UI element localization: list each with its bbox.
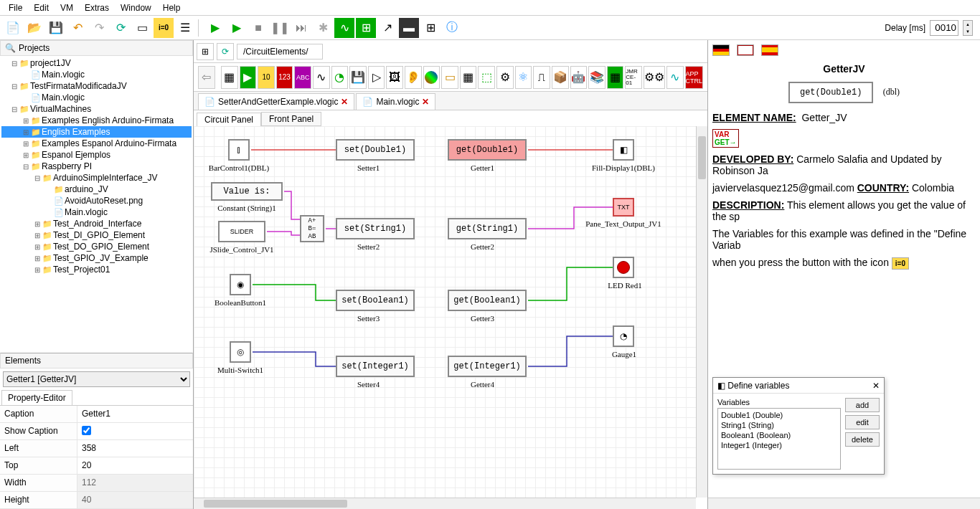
- palette-icon[interactable]: 📚: [588, 66, 606, 89]
- property-value[interactable]: 358: [77, 440, 193, 457]
- select-icon[interactable]: ▭: [132, 18, 152, 38]
- palette-icon[interactable]: 123: [276, 66, 293, 89]
- flow-icon[interactable]: ✱: [313, 18, 333, 38]
- menu-extras[interactable]: Extras: [79, 1, 115, 14]
- getter-node[interactable]: get(String1): [448, 218, 527, 239]
- palette-icon[interactable]: ▷: [368, 66, 385, 89]
- palette-icon[interactable]: 💾: [349, 66, 367, 89]
- doc-hscroll[interactable]: [708, 498, 980, 509]
- slider-node[interactable]: SLIDER: [218, 221, 265, 242]
- tree-item[interactable]: ⊟📁Raspberry PI: [1, 161, 192, 172]
- delay-input[interactable]: [930, 20, 958, 36]
- property-value[interactable]: [77, 423, 193, 439]
- play-icon[interactable]: ▶: [205, 18, 225, 38]
- info-icon[interactable]: ⓘ: [442, 18, 462, 38]
- palette-icon[interactable]: ⚙: [496, 66, 514, 89]
- tree-item[interactable]: ⊞📁Espanol Ejemplos: [1, 149, 192, 161]
- save-icon[interactable]: 💾: [46, 18, 66, 38]
- palette-icon[interactable]: ▭: [441, 66, 458, 89]
- setter-node[interactable]: set(Boolean1): [336, 290, 415, 311]
- flag-es-icon[interactable]: [761, 44, 778, 56]
- canvas-vscroll[interactable]: [696, 126, 707, 498]
- palette-icon[interactable]: 🖼: [386, 66, 403, 89]
- fill-display-node[interactable]: ◧: [613, 139, 634, 161]
- palette-icon[interactable]: ABC: [294, 66, 311, 89]
- tree-item[interactable]: 📄Main.vlogic: [1, 69, 192, 80]
- delay-spinner[interactable]: ▲▼: [963, 20, 973, 36]
- breadcrumb-path[interactable]: /CircuitElements/: [237, 44, 323, 60]
- new-icon[interactable]: 📄: [3, 18, 23, 38]
- palette-icon[interactable]: ▦: [221, 66, 238, 89]
- dialog-close-icon[interactable]: ✕: [872, 381, 880, 391]
- palette-icon[interactable]: APPCTRL: [685, 66, 704, 89]
- file-tab[interactable]: 📄 SetterAndGetterExample.vlogic ✕: [198, 93, 354, 110]
- close-tab-icon[interactable]: ✕: [422, 97, 429, 107]
- add-button[interactable]: add: [845, 398, 880, 412]
- palette-icon[interactable]: [423, 66, 440, 89]
- delete-button[interactable]: delete: [845, 432, 880, 447]
- tree-item[interactable]: 📄Main.vlogic: [1, 206, 192, 218]
- scope1-icon[interactable]: ∿: [334, 18, 354, 38]
- palette-icon[interactable]: 👂: [405, 66, 422, 89]
- stop-icon[interactable]: ■: [248, 18, 268, 38]
- list-item[interactable]: Integer1 (Integer): [720, 440, 839, 450]
- circuit-panel-tab[interactable]: Circuit Panel: [197, 113, 261, 127]
- edit-button[interactable]: edit: [845, 415, 880, 429]
- define-variables-dialog[interactable]: ◧ Define variables ✕ Variables Double1 (…: [712, 377, 885, 475]
- step-icon[interactable]: ⏭: [291, 18, 311, 38]
- getter-node[interactable]: get(Boolean1): [448, 290, 527, 311]
- property-value[interactable]: Getter1: [77, 406, 193, 422]
- gauge-node[interactable]: ◔: [613, 325, 634, 347]
- menu-window[interactable]: Window: [115, 1, 157, 14]
- tree-item[interactable]: ⊞📁Test_Android_Interface: [1, 218, 192, 229]
- refresh-path-icon[interactable]: ⟳: [217, 43, 234, 60]
- circuit-canvas[interactable]: ⫿ BarControl1(DBL) set(Double1) Setter1 …: [194, 126, 696, 498]
- tree-item[interactable]: 📄Main.vlogic: [1, 92, 192, 103]
- grid-icon[interactable]: ⊞: [420, 18, 440, 38]
- front-panel-tab[interactable]: Front Panel: [261, 112, 321, 126]
- menu-help[interactable]: Help: [157, 1, 187, 14]
- open-icon[interactable]: 📂: [24, 18, 44, 38]
- tree-hscroll[interactable]: [0, 341, 193, 353]
- constant-node[interactable]: Value is:: [211, 182, 283, 201]
- bool-button-node[interactable]: ◉: [230, 274, 251, 295]
- palette-icon[interactable]: ∿: [313, 66, 330, 89]
- led-node[interactable]: [613, 257, 634, 278]
- view-mode-icon[interactable]: ⊞: [197, 43, 214, 60]
- setter-node[interactable]: set(Double1): [336, 139, 415, 161]
- elements-dropdown[interactable]: Getter1 [GetterJV]: [3, 371, 190, 387]
- terminal-icon[interactable]: ▬: [399, 18, 419, 38]
- var-i0-icon[interactable]: i=0: [154, 18, 174, 38]
- getter-node[interactable]: get(Integer1): [448, 356, 527, 377]
- refresh-icon[interactable]: ⟳: [110, 18, 131, 38]
- tree-item[interactable]: ⊟📁project1JV: [1, 57, 192, 69]
- property-value[interactable]: 20: [77, 457, 193, 474]
- palette-icon[interactable]: 10: [258, 66, 275, 89]
- concat-node[interactable]: A+ B= AB: [300, 215, 324, 242]
- palette-icon[interactable]: ⚛: [515, 66, 532, 89]
- flag-de-icon[interactable]: [712, 44, 730, 56]
- arrow-icon[interactable]: ↗: [377, 18, 397, 38]
- file-tab[interactable]: 📄 Main.vlogic ✕: [356, 93, 435, 110]
- setter-node[interactable]: set(String1): [336, 218, 415, 239]
- palette-icon[interactable]: JMRCE-01: [625, 66, 642, 89]
- list-item[interactable]: Double1 (Double): [720, 410, 839, 420]
- tree-item[interactable]: ⊞📁Examples Espanol Arduino-Firmata: [1, 138, 192, 149]
- canvas-hscroll[interactable]: [194, 498, 696, 509]
- palette-icon[interactable]: ⎍: [533, 66, 550, 89]
- tree-item[interactable]: ⊞📁Test_DI_GPIO_Element: [1, 229, 192, 241]
- scope2-icon[interactable]: ⊞: [356, 18, 376, 38]
- tree-item[interactable]: ⊞📁Test_GPIO_JV_Example: [1, 252, 192, 264]
- getter-node-selected[interactable]: get(Double1): [448, 139, 527, 161]
- palette-icon[interactable]: ▦: [460, 66, 477, 89]
- tree-item[interactable]: ⊞📁Test_Project01: [1, 264, 192, 275]
- undo-icon[interactable]: ↶: [67, 18, 88, 38]
- list-icon[interactable]: ☰: [175, 18, 195, 38]
- palette-icon[interactable]: ⬚: [478, 66, 495, 89]
- tree-item[interactable]: ⊞📁Examples English Arduino-Firmata: [1, 115, 192, 126]
- tree-item[interactable]: ⊞📁Test_DO_GPIO_Element: [1, 241, 192, 252]
- tree-item[interactable]: 📁arduino_JV: [1, 184, 192, 195]
- palette-icon[interactable]: ⚙⚙: [644, 66, 665, 89]
- close-tab-icon[interactable]: ✕: [341, 97, 348, 107]
- tree-item[interactable]: ⊟📁TestFirmataModificadaJV: [1, 80, 192, 92]
